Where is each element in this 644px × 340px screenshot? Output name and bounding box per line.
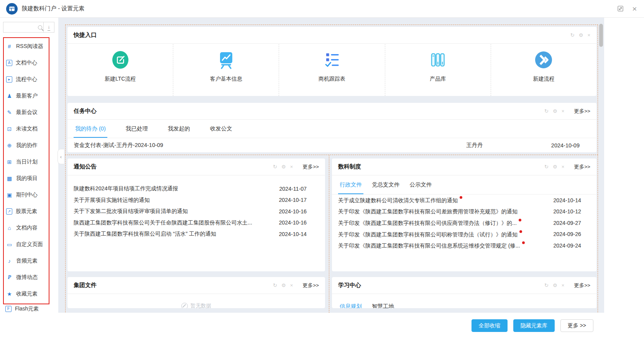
regulation-row[interactable]: 关于印发《陕西建工集团数字科技有限公司供应商管理办法（修订）》的...2024-… bbox=[338, 217, 590, 229]
group-files-more-link[interactable]: 更多>> bbox=[302, 282, 319, 289]
unread-dot bbox=[519, 230, 522, 233]
refresh-icon[interactable]: ↻ bbox=[544, 164, 549, 169]
settings-icon[interactable]: ⚙ bbox=[281, 164, 286, 169]
sidebar-item-doc-content[interactable]: ⌂文档内容 bbox=[4, 220, 49, 236]
tab-regulation-1[interactable]: 党总支文件 bbox=[370, 175, 401, 194]
settings-icon[interactable]: ⚙ bbox=[553, 164, 557, 169]
tab-learning-0[interactable]: 信息规划 bbox=[338, 299, 363, 308]
sidebar-item-audio-element[interactable]: ♪音频元素 bbox=[4, 253, 49, 269]
quick-entry-new-ltc-flow[interactable]: 新建LTC流程 bbox=[67, 44, 173, 96]
settings-icon[interactable]: ⚙ bbox=[579, 33, 583, 38]
settings-icon[interactable]: ⚙ bbox=[553, 283, 557, 288]
sidebar-item-journal-center[interactable]: ▣期刊中心 bbox=[4, 187, 49, 203]
regulation-row[interactable]: 关于印发《陕西建工集团数字科技有限公司差旅费用管理补充规范》的通知2024-10… bbox=[338, 206, 590, 218]
sidebar-item-favorite-element[interactable]: ★收藏元素 bbox=[4, 286, 49, 302]
regulation-list: 关于成立陕建数科公司清收清欠专班工作组的通知2024-10-14关于印发《陕西建… bbox=[332, 195, 596, 251]
regulation-item-text: 关于印发《陕西建工集团数字科技有限公司供应商管理办法（修订）》的... bbox=[338, 220, 517, 226]
vertical-scrollbar[interactable] bbox=[599, 24, 603, 47]
regulation-item-text: 关于印发《陕西建工集团数字科技有限公司信息系统运维移交管理规定 (修... bbox=[338, 243, 520, 249]
sidebar-item-rss[interactable]: #RSS阅读器 bbox=[4, 38, 49, 54]
sidebar-item-custom-page[interactable]: ▭自定义页面 bbox=[4, 236, 49, 253]
regulation-more-link[interactable]: 更多>> bbox=[574, 163, 590, 170]
notice-row[interactable]: 关于下发第二批次项目结项评审项目清单的通知2024-10-16 bbox=[74, 206, 319, 217]
sidebar-collapse-handle[interactable]: ‹ bbox=[58, 149, 64, 164]
task-row[interactable]: 资金支付表-测试-王丹丹-2024-10-09 王丹丹 2024-10-09 bbox=[67, 138, 596, 152]
task-center-more-link[interactable]: 更多>> bbox=[574, 108, 590, 115]
sidebar-item-flash-element[interactable]: FFlash元素 bbox=[3, 300, 49, 313]
sidebar-item-my-projects[interactable]: ▩我的项目 bbox=[4, 170, 49, 187]
sidebar-item-flow-center[interactable]: ▸流程中心 bbox=[4, 71, 49, 87]
refresh-icon[interactable]: ↻ bbox=[273, 283, 277, 288]
notice-item-date: 2024-11-07 bbox=[279, 186, 319, 192]
sidebar-item-my-collaboration[interactable]: ⊕我的协作 bbox=[4, 137, 49, 153]
settings-icon[interactable]: ⚙ bbox=[281, 283, 286, 288]
regulation-row[interactable]: 关于成立陕建数科公司清收清欠专班工作组的通知2024-10-14 bbox=[338, 195, 590, 206]
tab-task-0[interactable]: 我的待办 (0) bbox=[74, 120, 107, 138]
notice-item-title: 陕西建工集团数字科技有限公司关于任命陕西建工集团股份有限公司水土... bbox=[74, 219, 272, 226]
panel-close-icon[interactable]: × bbox=[562, 109, 565, 114]
maximize-icon[interactable] bbox=[617, 5, 624, 12]
notice-row[interactable]: 关于陕西建工集团数字科技有限公司启动 “活水” 工作的通知2024-10-14 bbox=[74, 228, 319, 240]
tab-task-3[interactable]: 收发公文 bbox=[209, 120, 234, 138]
refresh-icon[interactable]: ↻ bbox=[570, 33, 575, 38]
tab-task-2[interactable]: 我发起的 bbox=[166, 120, 192, 138]
import-elements-button[interactable]: ↓ bbox=[44, 22, 54, 33]
notice-more-link[interactable]: 更多>> bbox=[302, 163, 319, 170]
content-viewport: ↓ #RSS阅读器A文档中心▸流程中心♟最新客户✎最新会议⊡未读文档⊕我的协作⊞… bbox=[0, 18, 644, 313]
close-icon[interactable]: × bbox=[631, 5, 638, 12]
download-icon: ↓ bbox=[48, 24, 50, 31]
regulation-row[interactable]: 关于印发《陕西建工集团数字科技有限公司职称管理办法（试行）》的通知2024-09… bbox=[338, 229, 590, 240]
panel-close-icon[interactable]: × bbox=[562, 283, 565, 288]
sidebar-item-latest-meeting[interactable]: ✎最新会议 bbox=[4, 104, 49, 120]
sidebar-item-document-center[interactable]: A文档中心 bbox=[4, 54, 49, 71]
notice-item-title: 关于开展项目实施转运维的通知 bbox=[74, 196, 272, 204]
footer-more-button[interactable]: 更多 >> bbox=[560, 319, 593, 332]
quick-entry-product-library[interactable]: 产品库 bbox=[385, 44, 491, 96]
sidebar-item-daily-plan[interactable]: ⊞当日计划 bbox=[4, 153, 49, 170]
doc-content-icon: ⌂ bbox=[6, 224, 13, 231]
task-date: 2024-10-09 bbox=[498, 142, 590, 149]
notice-row[interactable]: 关于开展项目实施转运维的通知2024-10-17 bbox=[74, 195, 319, 206]
sidebar-item-label: 期刊中心 bbox=[16, 191, 38, 198]
collapse-all-button[interactable]: 全部收缩 bbox=[472, 319, 508, 332]
panel-close-icon[interactable]: × bbox=[290, 164, 293, 169]
task-center-title: 任务中心 bbox=[74, 107, 97, 115]
panel-close-icon[interactable]: × bbox=[290, 283, 293, 288]
quick-entry-customer-info[interactable]: 客户基本信息 bbox=[173, 44, 279, 96]
quick-entry-new-flow[interactable]: 新建流程 bbox=[491, 44, 596, 96]
notice-row[interactable]: 陕西建工集团数字科技有限公司关于任命陕西建工集团股份有限公司水土...2024-… bbox=[74, 217, 319, 229]
refresh-icon[interactable]: ↻ bbox=[273, 164, 277, 169]
unread-dot bbox=[460, 196, 462, 199]
quick-entry-opportunity-tracking[interactable]: 商机跟踪表 bbox=[279, 44, 384, 96]
regulation-row[interactable]: 关于印发《陕西建工集团数字科技有限公司信息系统运维移交管理规定 (修...202… bbox=[338, 240, 590, 251]
notice-row[interactable]: 陕建数科2024年项目结项工作完成情况通报2024-11-07 bbox=[74, 183, 319, 195]
panel-close-icon[interactable]: × bbox=[562, 164, 565, 169]
tab-regulation-0[interactable]: 行政文件 bbox=[338, 175, 363, 194]
tab-regulation-2[interactable]: 公示文件 bbox=[408, 175, 434, 194]
sidebar-item-latest-customer[interactable]: ♟最新客户 bbox=[4, 87, 49, 104]
element-search-input[interactable] bbox=[5, 22, 37, 32]
sidebar-item-weibo[interactable]: P微博动态 bbox=[4, 269, 49, 286]
quick-entry-label: 客户基本信息 bbox=[210, 76, 242, 83]
latest-meeting-icon: ✎ bbox=[6, 109, 13, 116]
settings-icon[interactable]: ⚙ bbox=[553, 109, 557, 114]
refresh-icon[interactable]: ↻ bbox=[544, 283, 549, 288]
sidebar-item-label: 收藏元素 bbox=[16, 290, 38, 297]
regulation-item-text: 关于印发《陕西建工集团数字科技有限公司职称管理办法（试行）》的通知 bbox=[338, 231, 518, 238]
quick-entry-row: 新建LTC流程客户基本信息商机跟踪表产品库新建流程 bbox=[67, 44, 596, 96]
element-library-sidebar: ↓ #RSS阅读器A文档中心▸流程中心♟最新客户✎最新会议⊡未读文档⊕我的协作⊞… bbox=[0, 18, 58, 313]
learning-center-more-link[interactable]: 更多>> bbox=[574, 282, 590, 289]
panel-close-icon[interactable]: × bbox=[587, 33, 590, 38]
audio-element-icon: ♪ bbox=[6, 257, 13, 264]
regulation-title: 数科制度 bbox=[338, 163, 361, 170]
sidebar-item-label: 音频元素 bbox=[16, 257, 38, 264]
tab-learning-1[interactable]: 智慧工地 bbox=[370, 299, 396, 308]
tab-task-1[interactable]: 我已处理 bbox=[124, 120, 150, 138]
journal-center-icon: ▣ bbox=[6, 191, 13, 198]
sidebar-item-stock-element[interactable]: ↗股票元素 bbox=[4, 203, 49, 220]
sidebar-item-unread-doc[interactable]: ⊡未读文档 bbox=[4, 120, 49, 137]
unread-dot bbox=[522, 241, 525, 244]
refresh-icon[interactable]: ↻ bbox=[544, 109, 549, 114]
hide-element-library-button[interactable]: 隐藏元素库 bbox=[513, 319, 555, 332]
notice-item-date: 2024-10-16 bbox=[279, 220, 319, 226]
